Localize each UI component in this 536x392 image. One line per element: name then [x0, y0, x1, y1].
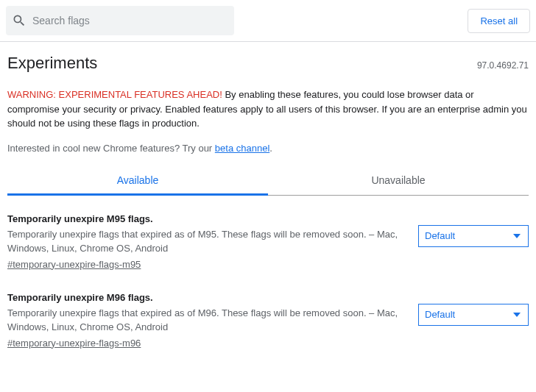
beta-block: Interested in cool new Chrome features? …: [7, 143, 529, 154]
flag-description: Temporarily unexpire flags that expired …: [7, 227, 403, 256]
flag-row: Temporarily unexpire M95 flags. Temporar…: [7, 213, 529, 270]
warning-prefix: WARNING: EXPERIMENTAL FEATURES AHEAD!: [7, 89, 222, 100]
tabs: Available Unavailable: [7, 167, 529, 196]
version-text: 97.0.4692.71: [477, 60, 529, 71]
beta-prefix: Interested in cool new Chrome features? …: [7, 143, 215, 154]
flag-row: Temporarily unexpire M96 flags. Temporar…: [7, 292, 529, 349]
warning-block: WARNING: EXPERIMENTAL FEATURES AHEAD! By…: [7, 88, 529, 131]
content: Experiments 97.0.4692.71 WARNING: EXPERI…: [0, 42, 536, 388]
tab-unavailable[interactable]: Unavailable: [268, 167, 529, 196]
search-input[interactable]: [27, 15, 228, 26]
flag-select[interactable]: Default: [418, 304, 529, 326]
search-icon: [12, 13, 27, 28]
beta-channel-link[interactable]: beta channel: [215, 143, 269, 154]
beta-suffix: .: [269, 143, 272, 154]
reset-all-button[interactable]: Reset all: [468, 9, 530, 33]
tab-available[interactable]: Available: [7, 167, 268, 196]
flag-title: Temporarily unexpire M95 flags.: [7, 213, 403, 224]
flag-description: Temporarily unexpire flags that expired …: [7, 306, 403, 335]
flag-hash-link[interactable]: #temporary-unexpire-flags-m95: [7, 259, 141, 270]
flag-title: Temporarily unexpire M96 flags.: [7, 292, 403, 303]
page-title: Experiments: [7, 54, 97, 73]
search-box[interactable]: [6, 6, 234, 35]
topbar: Reset all: [0, 0, 536, 41]
flag-select[interactable]: Default: [418, 225, 529, 247]
flag-hash-link[interactable]: #temporary-unexpire-flags-m96: [7, 338, 141, 349]
